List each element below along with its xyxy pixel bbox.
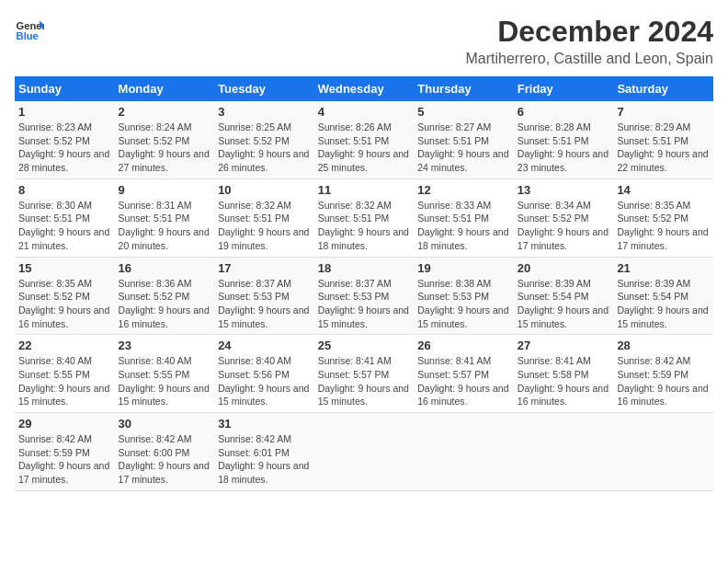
logo: General Blue [15, 15, 44, 44]
calendar-cell: 19 Sunrise: 8:38 AMSunset: 5:53 PMDaylig… [414, 257, 514, 335]
day-info: Sunrise: 8:42 AMSunset: 5:59 PMDaylight:… [617, 355, 708, 407]
page-header: General Blue December 2024 Martiherrero,… [15, 15, 713, 67]
weekday-header: Thursday [414, 76, 514, 101]
day-info: Sunrise: 8:36 AMSunset: 5:52 PMDaylight:… [119, 278, 210, 329]
calendar-table: SundayMondayTuesdayWednesdayThursdayFrid… [15, 76, 713, 491]
day-number: 7 [617, 105, 710, 119]
day-number: 13 [518, 183, 610, 197]
calendar-week-row: 8 Sunrise: 8:30 AMSunset: 5:51 PMDayligh… [15, 178, 713, 257]
title-block: December 2024 Martiherrero, Castille and… [466, 15, 713, 67]
calendar-cell: 8 Sunrise: 8:30 AMSunset: 5:51 PMDayligh… [15, 178, 115, 257]
calendar-cell: 22 Sunrise: 8:40 AMSunset: 5:55 PMDaylig… [15, 335, 115, 413]
calendar-week-row: 15 Sunrise: 8:35 AMSunset: 5:52 PMDaylig… [15, 257, 713, 335]
weekday-header: Tuesday [214, 76, 314, 101]
calendar-cell: 9 Sunrise: 8:31 AMSunset: 5:51 PMDayligh… [115, 178, 215, 257]
calendar-cell: 10 Sunrise: 8:32 AMSunset: 5:51 PMDaylig… [214, 178, 314, 257]
day-info: Sunrise: 8:25 AMSunset: 5:52 PMDaylight:… [218, 121, 309, 173]
day-number: 30 [119, 417, 211, 431]
day-number: 3 [218, 105, 311, 119]
calendar-cell: 3 Sunrise: 8:25 AMSunset: 5:52 PMDayligh… [214, 101, 314, 178]
day-info: Sunrise: 8:40 AMSunset: 5:55 PMDaylight:… [119, 355, 210, 407]
day-info: Sunrise: 8:32 AMSunset: 5:51 PMDaylight:… [218, 200, 309, 251]
calendar-cell: 20 Sunrise: 8:39 AMSunset: 5:54 PMDaylig… [514, 257, 614, 335]
calendar-cell: 18 Sunrise: 8:37 AMSunset: 5:53 PMDaylig… [314, 257, 415, 335]
day-number: 29 [18, 417, 111, 431]
day-number: 18 [318, 261, 411, 275]
day-info: Sunrise: 8:42 AMSunset: 5:59 PMDaylight:… [18, 433, 109, 485]
day-info: Sunrise: 8:40 AMSunset: 5:55 PMDaylight:… [18, 355, 109, 407]
day-number: 6 [518, 105, 610, 119]
calendar-cell: 2 Sunrise: 8:24 AMSunset: 5:52 PMDayligh… [115, 101, 215, 178]
day-info: Sunrise: 8:42 AMSunset: 6:00 PMDaylight:… [119, 433, 210, 485]
day-number: 22 [18, 339, 111, 352]
day-info: Sunrise: 8:41 AMSunset: 5:57 PMDaylight:… [417, 355, 508, 407]
day-info: Sunrise: 8:31 AMSunset: 5:51 PMDaylight:… [119, 200, 210, 251]
calendar-cell: 12 Sunrise: 8:33 AMSunset: 5:51 PMDaylig… [414, 178, 514, 257]
calendar-cell [514, 413, 614, 491]
calendar-cell: 26 Sunrise: 8:41 AMSunset: 5:57 PMDaylig… [414, 335, 514, 413]
calendar-cell: 31 Sunrise: 8:42 AMSunset: 6:01 PMDaylig… [214, 413, 314, 491]
day-info: Sunrise: 8:37 AMSunset: 5:53 PMDaylight:… [318, 278, 409, 329]
calendar-cell: 11 Sunrise: 8:32 AMSunset: 5:51 PMDaylig… [314, 178, 415, 257]
day-number: 10 [218, 183, 311, 197]
day-info: Sunrise: 8:28 AMSunset: 5:51 PMDaylight:… [518, 121, 609, 173]
day-number: 25 [318, 339, 411, 352]
calendar-cell [613, 413, 713, 491]
weekday-header: Sunday [15, 76, 115, 101]
calendar-week-row: 22 Sunrise: 8:40 AMSunset: 5:55 PMDaylig… [15, 335, 713, 413]
day-number: 9 [119, 183, 211, 197]
day-number: 11 [318, 183, 411, 197]
day-info: Sunrise: 8:42 AMSunset: 6:01 PMDaylight:… [218, 433, 309, 485]
day-number: 31 [218, 417, 311, 431]
day-number: 24 [218, 339, 311, 352]
calendar-cell: 1 Sunrise: 8:23 AMSunset: 5:52 PMDayligh… [15, 101, 115, 178]
calendar-cell: 24 Sunrise: 8:40 AMSunset: 5:56 PMDaylig… [214, 335, 314, 413]
day-info: Sunrise: 8:35 AMSunset: 5:52 PMDaylight:… [18, 278, 109, 329]
calendar-cell: 28 Sunrise: 8:42 AMSunset: 5:59 PMDaylig… [613, 335, 713, 413]
calendar-cell: 23 Sunrise: 8:40 AMSunset: 5:55 PMDaylig… [115, 335, 215, 413]
calendar-cell: 14 Sunrise: 8:35 AMSunset: 5:52 PMDaylig… [613, 178, 713, 257]
day-info: Sunrise: 8:41 AMSunset: 5:57 PMDaylight:… [318, 355, 409, 407]
weekday-header: Wednesday [314, 76, 415, 101]
day-number: 27 [518, 339, 610, 352]
calendar-cell: 25 Sunrise: 8:41 AMSunset: 5:57 PMDaylig… [314, 335, 415, 413]
day-info: Sunrise: 8:40 AMSunset: 5:56 PMDaylight:… [218, 355, 309, 407]
day-info: Sunrise: 8:23 AMSunset: 5:52 PMDaylight:… [18, 121, 109, 173]
page-title: December 2024 [466, 15, 713, 49]
calendar-week-row: 1 Sunrise: 8:23 AMSunset: 5:52 PMDayligh… [15, 101, 713, 178]
day-info: Sunrise: 8:30 AMSunset: 5:51 PMDaylight:… [18, 200, 109, 251]
day-info: Sunrise: 8:29 AMSunset: 5:51 PMDaylight:… [617, 121, 708, 173]
calendar-cell: 4 Sunrise: 8:26 AMSunset: 5:51 PMDayligh… [314, 101, 415, 178]
weekday-header: Friday [514, 76, 614, 101]
calendar-cell: 30 Sunrise: 8:42 AMSunset: 6:00 PMDaylig… [115, 413, 215, 491]
day-number: 26 [417, 339, 510, 352]
calendar-cell [314, 413, 415, 491]
day-number: 15 [18, 261, 111, 275]
weekday-header: Monday [115, 76, 215, 101]
day-number: 20 [518, 261, 610, 275]
svg-text:Blue: Blue [17, 30, 39, 41]
day-number: 2 [119, 105, 211, 119]
day-info: Sunrise: 8:26 AMSunset: 5:51 PMDaylight:… [318, 121, 409, 173]
calendar-cell [414, 413, 514, 491]
calendar-cell: 16 Sunrise: 8:36 AMSunset: 5:52 PMDaylig… [115, 257, 215, 335]
day-number: 5 [417, 105, 510, 119]
day-number: 28 [617, 339, 710, 352]
calendar-week-row: 29 Sunrise: 8:42 AMSunset: 5:59 PMDaylig… [15, 413, 713, 491]
day-number: 21 [617, 261, 710, 275]
calendar-cell: 13 Sunrise: 8:34 AMSunset: 5:52 PMDaylig… [514, 178, 614, 257]
day-info: Sunrise: 8:27 AMSunset: 5:51 PMDaylight:… [417, 121, 508, 173]
day-info: Sunrise: 8:35 AMSunset: 5:52 PMDaylight:… [617, 200, 708, 251]
day-info: Sunrise: 8:39 AMSunset: 5:54 PMDaylight:… [617, 278, 708, 329]
day-info: Sunrise: 8:41 AMSunset: 5:58 PMDaylight:… [518, 355, 609, 407]
day-number: 17 [218, 261, 311, 275]
calendar-cell: 17 Sunrise: 8:37 AMSunset: 5:53 PMDaylig… [214, 257, 314, 335]
day-info: Sunrise: 8:24 AMSunset: 5:52 PMDaylight:… [119, 121, 210, 173]
day-info: Sunrise: 8:33 AMSunset: 5:51 PMDaylight:… [417, 200, 508, 251]
day-number: 19 [417, 261, 510, 275]
logo-icon: General Blue [15, 15, 44, 44]
calendar-cell: 6 Sunrise: 8:28 AMSunset: 5:51 PMDayligh… [514, 101, 614, 178]
day-info: Sunrise: 8:39 AMSunset: 5:54 PMDaylight:… [518, 278, 609, 329]
day-number: 23 [119, 339, 211, 352]
calendar-cell: 15 Sunrise: 8:35 AMSunset: 5:52 PMDaylig… [15, 257, 115, 335]
